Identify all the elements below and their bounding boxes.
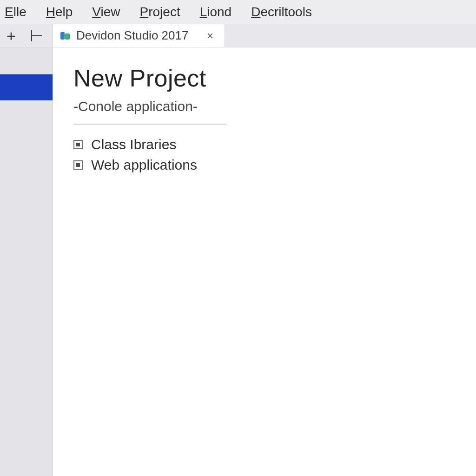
menu-liond[interactable]: Liond <box>200 5 232 20</box>
sidebar-selected-item[interactable] <box>0 74 53 100</box>
menu-bar: Elle Help View Project Liond Decriltools <box>0 0 476 24</box>
bullet-icon <box>73 160 83 170</box>
app-logo-icon <box>60 30 71 41</box>
menu-view[interactable]: View <box>92 5 120 20</box>
menu-decriltools[interactable]: Decriltools <box>251 5 312 20</box>
page-subtitle: -Conole application- <box>73 99 476 114</box>
option-class-libraries[interactable]: Class Ibraries <box>73 137 476 152</box>
bullet-icon <box>73 140 83 149</box>
menu-help[interactable]: Help <box>46 5 73 20</box>
menu-project[interactable]: Project <box>140 5 180 20</box>
page-title: New Project <box>73 64 476 92</box>
close-icon[interactable]: × <box>205 29 215 42</box>
tab-title: Devidon Studio 2017 <box>76 28 199 43</box>
start-page: New Project -Conole application- Class I… <box>53 47 476 476</box>
svg-rect-1 <box>65 33 70 40</box>
sidebar: + ⊢ <box>0 24 53 476</box>
option-web-applications[interactable]: Web applications <box>73 157 476 173</box>
tab-strip: Devidon Studio 2017 × <box>53 24 476 47</box>
workspace: + ⊢ Devidon Studio 2017 × New Project - <box>0 24 476 476</box>
sidebar-toolbar: + ⊢ <box>0 24 53 47</box>
collapse-icon[interactable]: ⊢ <box>30 28 44 44</box>
option-label: Class Ibraries <box>91 137 176 152</box>
sidebar-empty <box>0 100 53 476</box>
svg-rect-0 <box>60 32 65 40</box>
tab-start-page[interactable]: Devidon Studio 2017 × <box>53 24 225 47</box>
option-label: Web applications <box>91 157 197 173</box>
menu-file[interactable]: Elle <box>5 5 26 20</box>
project-type-list: Class Ibraries Web applications <box>73 137 476 173</box>
sidebar-spacer <box>0 47 53 74</box>
add-icon[interactable]: + <box>7 28 16 44</box>
divider <box>73 124 227 125</box>
document-area: Devidon Studio 2017 × New Project -Conol… <box>53 24 476 476</box>
